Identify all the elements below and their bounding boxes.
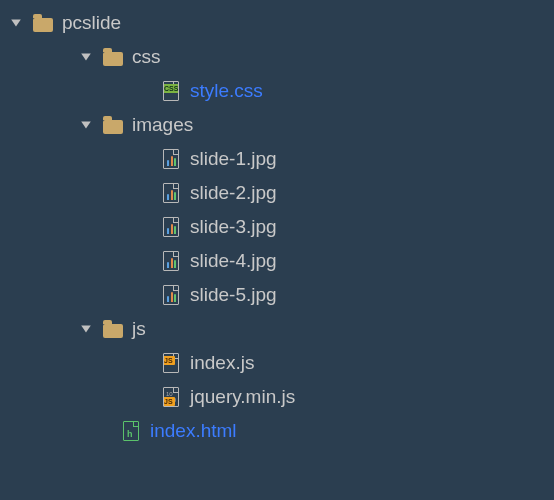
folder-icon xyxy=(102,318,124,340)
file-label: slide-3.jpg xyxy=(190,216,277,238)
image-file-icon xyxy=(160,216,182,238)
tree-file-jquery-min-js[interactable]: 10010JS jquery.min.js xyxy=(0,380,554,414)
folder-label: css xyxy=(132,46,161,68)
js-file-icon: JS xyxy=(160,352,182,374)
file-label: slide-2.jpg xyxy=(190,182,277,204)
tree-file-slide-4[interactable]: slide-4.jpg xyxy=(0,244,554,278)
svg-marker-1 xyxy=(81,53,91,60)
image-file-icon xyxy=(160,148,182,170)
tree-folder-css[interactable]: css xyxy=(0,40,554,74)
file-label: jquery.min.js xyxy=(190,386,295,408)
chevron-down-icon xyxy=(78,119,94,131)
image-file-icon xyxy=(160,284,182,306)
chevron-down-icon xyxy=(8,17,24,29)
image-file-icon xyxy=(160,250,182,272)
file-label: style.css xyxy=(190,80,263,102)
tree-folder-pcslide[interactable]: pcslide xyxy=(0,6,554,40)
css-file-icon: CSS xyxy=(160,80,182,102)
tree-file-slide-3[interactable]: slide-3.jpg xyxy=(0,210,554,244)
tree-file-slide-1[interactable]: slide-1.jpg xyxy=(0,142,554,176)
file-label: slide-4.jpg xyxy=(190,250,277,272)
tree-file-slide-5[interactable]: slide-5.jpg xyxy=(0,278,554,312)
tree-file-slide-2[interactable]: slide-2.jpg xyxy=(0,176,554,210)
html-file-icon: h xyxy=(120,420,142,442)
tree-folder-images[interactable]: images xyxy=(0,108,554,142)
file-label: slide-5.jpg xyxy=(190,284,277,306)
svg-marker-3 xyxy=(81,325,91,332)
js-min-file-icon: 10010JS xyxy=(160,386,182,408)
folder-icon xyxy=(102,114,124,136)
tree-file-index-js[interactable]: JS index.js xyxy=(0,346,554,380)
folder-label: images xyxy=(132,114,193,136)
image-file-icon xyxy=(160,182,182,204)
chevron-down-icon xyxy=(78,323,94,335)
svg-marker-0 xyxy=(11,19,21,26)
tree-folder-js[interactable]: js xyxy=(0,312,554,346)
file-label: slide-1.jpg xyxy=(190,148,277,170)
chevron-down-icon xyxy=(78,51,94,63)
tree-file-index-html[interactable]: h index.html xyxy=(0,414,554,448)
file-label: index.html xyxy=(150,420,237,442)
folder-icon xyxy=(102,46,124,68)
folder-icon xyxy=(32,12,54,34)
folder-label: js xyxy=(132,318,146,340)
file-label: index.js xyxy=(190,352,254,374)
folder-label: pcslide xyxy=(62,12,121,34)
tree-file-style-css[interactable]: CSS style.css xyxy=(0,74,554,108)
svg-marker-2 xyxy=(81,121,91,128)
